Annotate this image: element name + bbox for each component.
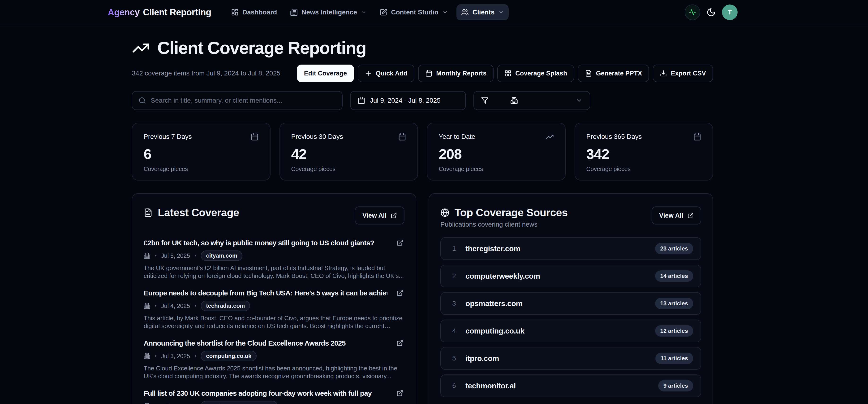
article-date: Jul 5, 2025 <box>161 252 190 259</box>
source-domain: computing.co.uk <box>465 327 525 336</box>
nav-item-clients[interactable]: Clients <box>457 4 509 20</box>
plus-icon <box>365 70 372 77</box>
export-csv-button[interactable]: Export CSV <box>653 64 713 82</box>
source-domain: itpro.com <box>465 354 499 363</box>
dot-separator <box>155 355 156 357</box>
brand-product: Client Reporting <box>143 7 211 18</box>
avatar[interactable]: T <box>722 4 738 20</box>
download-icon <box>660 70 667 77</box>
file-text-icon <box>585 70 592 77</box>
article-date: Jul 2, 2025 <box>161 403 190 404</box>
source-article-count-badge: 23 articles <box>655 243 693 254</box>
article-source-badge[interactable]: computing.co.uk <box>201 351 256 361</box>
building-icon <box>144 403 150 404</box>
main-content: Client Coverage Reporting 342 coverage i… <box>132 25 713 404</box>
calendar-icon <box>693 133 701 141</box>
panels-row: Latest Coverage View All £2bn for UK tec… <box>132 193 713 404</box>
external-link-icon[interactable] <box>397 340 404 347</box>
funnel-icon <box>481 97 489 104</box>
stat-caption: Coverage pieces <box>439 166 554 172</box>
layout-grid-icon <box>504 70 512 77</box>
nav-item-dashboard[interactable]: Dashboard <box>226 4 282 20</box>
article-summary: This article, by Mark Boost, CEO and co-… <box>144 314 404 330</box>
filter-row: Jul 9, 2024 - Jul 8, 2025 <box>132 91 713 110</box>
stat-card: Previous 365 Days 342 Coverage pieces <box>575 123 713 180</box>
nav-item-label: Content Studio <box>391 8 438 16</box>
search-input[interactable] <box>151 97 336 104</box>
button-label: Export CSV <box>671 70 706 77</box>
calendar-icon <box>425 70 432 77</box>
article-source-badge[interactable]: techradar.com <box>201 300 250 311</box>
stats-row: Previous 7 Days 6 Coverage pieces Previo… <box>132 123 713 180</box>
source-row[interactable]: 4 computing.co.uk 12 articles <box>440 320 701 342</box>
client-filter-select[interactable] <box>473 91 590 110</box>
article-source-badge[interactable]: cityam.com <box>201 251 242 261</box>
nav-item-news-intelligence[interactable]: News Intelligence <box>285 4 371 20</box>
article-item[interactable]: Full list of 230 UK companies adopting f… <box>144 388 404 404</box>
source-row[interactable]: 6 techmonitor.ai 9 articles <box>440 374 701 397</box>
source-row[interactable]: 3 opsmatters.com 13 articles <box>440 292 701 315</box>
stat-value: 6 <box>144 146 259 162</box>
latest-coverage-title-row: Latest Coverage <box>144 206 239 219</box>
sources-view-all-button[interactable]: View All <box>652 206 701 225</box>
source-article-count-badge: 13 articles <box>655 298 693 309</box>
top-sources-heading: Top Coverage Sources Publications coveri… <box>440 206 568 228</box>
article-source-badge[interactable]: peoplemanagement.com <box>201 401 278 404</box>
moon-icon[interactable] <box>706 7 716 17</box>
dot-separator <box>155 255 156 256</box>
article-date: Jul 3, 2025 <box>161 353 190 359</box>
latest-coverage-panel: Latest Coverage View All £2bn for UK tec… <box>132 193 416 404</box>
file-text-icon <box>144 208 153 217</box>
users-icon <box>461 8 469 16</box>
latest-view-all-button[interactable]: View All <box>355 206 404 225</box>
date-range-picker[interactable]: Jul 9, 2024 - Jul 8, 2025 <box>350 91 466 110</box>
article-item[interactable]: £2bn for UK tech, so why is public money… <box>144 238 404 280</box>
stat-value: 42 <box>291 146 406 162</box>
stat-card: Previous 30 Days 42 Coverage pieces <box>279 123 418 180</box>
source-domain: computerweekly.com <box>465 272 540 281</box>
latest-coverage-title: Latest Coverage <box>158 206 239 219</box>
source-article-count-badge: 9 articles <box>658 380 693 392</box>
article-date: Jul 4, 2025 <box>161 302 190 309</box>
article-title: Europe needs to decouple from Big Tech U… <box>144 288 388 298</box>
latest-coverage-header: Latest Coverage View All <box>144 206 404 225</box>
stat-value: 208 <box>439 146 554 162</box>
article-item[interactable]: Europe needs to decouple from Big Tech U… <box>144 288 404 330</box>
button-label: Generate PPTX <box>596 70 642 77</box>
stat-card: Year to Date 208 Coverage pieces <box>427 123 566 180</box>
quick-add-button[interactable]: Quick Add <box>358 64 414 82</box>
status-indicator[interactable] <box>685 4 700 20</box>
external-link-icon[interactable] <box>397 239 404 246</box>
dot-separator <box>195 355 196 357</box>
brand-logo[interactable]: Agency Client Reporting <box>108 7 211 18</box>
nav-item-content-studio[interactable]: Content Studio <box>375 4 453 20</box>
stat-caption: Coverage pieces <box>586 166 702 172</box>
article-title: Announcing the shortlist for the Cloud E… <box>144 339 388 348</box>
square-pen-icon <box>380 8 387 16</box>
stat-label: Previous 30 Days <box>291 133 343 141</box>
source-article-count-badge: 14 articles <box>655 270 693 282</box>
source-domain: techmonitor.ai <box>465 381 516 390</box>
top-sources-subtitle: Publications covering client news <box>440 221 568 228</box>
source-row[interactable]: 2 computerweekly.com 14 articles <box>440 265 701 287</box>
monthly-reports-button[interactable]: Monthly Reports <box>418 64 494 82</box>
article-item[interactable]: Announcing the shortlist for the Cloud E… <box>144 339 404 380</box>
source-rank: 2 <box>448 272 460 280</box>
article-summary: The Cloud Excellence Awards 2025 shortli… <box>144 365 404 380</box>
trending-up-icon <box>546 133 554 141</box>
source-list: 1 theregister.com 23 articles 2 computer… <box>440 237 701 397</box>
globe-icon <box>440 208 450 217</box>
external-link-icon[interactable] <box>397 389 404 397</box>
source-row[interactable]: 1 theregister.com 23 articles <box>440 237 701 260</box>
source-rank: 1 <box>448 245 460 252</box>
button-label: Monthly Reports <box>436 70 487 77</box>
source-rank: 4 <box>448 327 460 335</box>
article-list: £2bn for UK tech, so why is public money… <box>144 238 404 404</box>
external-link-icon[interactable] <box>397 289 404 296</box>
button-label: Edit Coverage <box>304 70 347 77</box>
dot-separator <box>155 305 156 307</box>
edit-coverage-button[interactable]: Edit Coverage <box>297 64 354 82</box>
source-row[interactable]: 5 itpro.com 11 articles <box>440 347 701 370</box>
generate-pptx-button[interactable]: Generate PPTX <box>578 64 649 82</box>
coverage-splash-button[interactable]: Coverage Splash <box>497 64 574 82</box>
